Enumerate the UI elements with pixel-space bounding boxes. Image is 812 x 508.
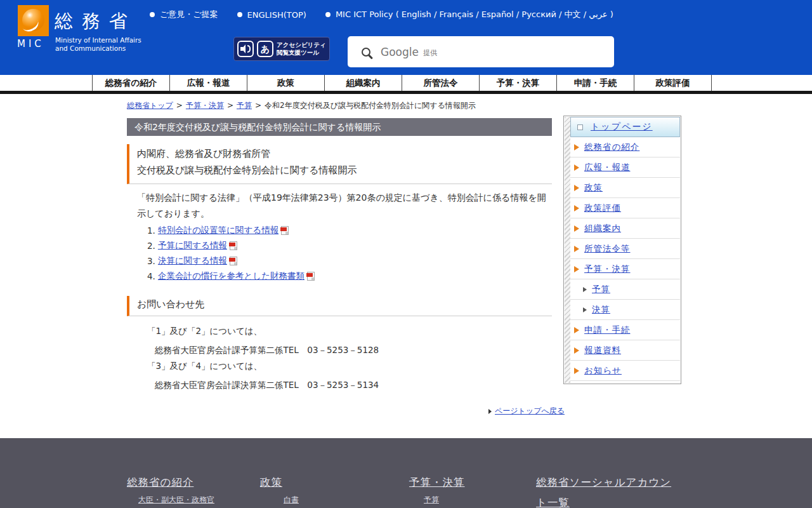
- list-item: 3. 決算に関する情報: [147, 253, 315, 269]
- sidebar-item-policy[interactable]: 政策: [570, 178, 680, 198]
- sidebar-item-label: 予算・決算: [584, 264, 631, 275]
- english-top-link-label: ENGLISH(TOP): [247, 10, 306, 20]
- footer-link-policy[interactable]: 政策: [260, 472, 282, 493]
- nav-item-budget[interactable]: 予算・決算: [480, 75, 557, 91]
- speaker-icon: [237, 41, 254, 57]
- footer-sublink-ministers[interactable]: 大臣・副大臣・政務官: [138, 495, 214, 505]
- footer-link-social-accounts[interactable]: 総務省ソーシャルアカウント一覧: [536, 472, 677, 508]
- document-link-setup-info[interactable]: 特別会計の設置等に関する情報: [158, 225, 278, 236]
- circle-bullet-icon: [237, 12, 242, 17]
- ministry-name-en: Ministry of Internal Affairs and Communi…: [55, 36, 141, 53]
- breadcrumb-current: 令和2年度交付税及び譲与税配付金特別会計に関する情報開示: [265, 101, 476, 110]
- main-nav: 総務省の紹介 広報・報道 政策 組織案内 所管法令 予算・決算 申請・手続 政策…: [0, 75, 812, 91]
- sidebar-subitem-budget[interactable]: 予算: [570, 279, 680, 300]
- sidebar-item-organization[interactable]: 組織案内: [570, 218, 680, 239]
- intro-paragraph: 「特別会計に関する法律」（平成19年法律第23号）第20条の規定に基づき、特別会…: [137, 190, 549, 222]
- page: MIC 総務省 Ministry of Internal Affairs and…: [0, 0, 812, 508]
- sidebar-item-budget-settlement[interactable]: 予算・決算: [570, 259, 680, 279]
- breadcrumb-link-yosan[interactable]: 予算: [237, 101, 252, 110]
- nav-item-public-relations[interactable]: 広報・報道: [170, 75, 247, 91]
- ministry-name-jp: 総務省: [55, 9, 136, 34]
- site-header: MIC 総務省 Ministry of Internal Affairs and…: [0, 0, 812, 75]
- footer-sublink-whitepaper[interactable]: 白書: [284, 495, 299, 505]
- sidebar-item-notices[interactable]: お知らせ: [570, 361, 680, 381]
- sidebar-item-label: 決算: [592, 304, 610, 316]
- nav-item-applications[interactable]: 申請・手続: [557, 75, 634, 91]
- footer-link-about[interactable]: 総務省の紹介: [127, 472, 193, 493]
- square-icon: [577, 124, 583, 130]
- sidebar-nav: トップページ 総務省の紹介 広報・報道 政策 政策評価 組織案内 所管法令等: [563, 116, 681, 384]
- mic-logo-ball-icon: [22, 9, 44, 31]
- breadcrumb-link-budget[interactable]: 予算・決算: [186, 101, 224, 110]
- sidebar-item-policy-evaluation[interactable]: 政策評価: [570, 198, 680, 218]
- sidebar-item-label: 申請・手続: [584, 324, 631, 336]
- contact-detail: 総務省大臣官房会計課決算第二係TEL 03－5253－5134: [155, 380, 379, 391]
- pdf-icon[interactable]: [230, 241, 237, 250]
- search-icon: [362, 48, 370, 57]
- sidebar-item-public-relations[interactable]: 広報・報道: [570, 157, 680, 178]
- breadcrumb-link-home[interactable]: 総務省トップ: [127, 101, 173, 110]
- triangle-icon: [574, 327, 579, 333]
- page-title: 令和2年度交付税及び譲与税配付金特別会計に関する情報開示: [127, 118, 552, 136]
- sidebar-item-press[interactable]: 報道資料: [570, 340, 680, 361]
- list-item: 1. 特別会計の設置等に関する情報: [147, 223, 315, 238]
- sidebar-item-about[interactable]: 総務省の紹介: [570, 137, 680, 157]
- contact-scope: 「3」及び「4」については、: [147, 361, 262, 372]
- hiragana-a-icon: あ: [257, 41, 273, 57]
- triangle-icon: [574, 246, 579, 252]
- mic-logo[interactable]: [18, 5, 49, 36]
- english-top-link[interactable]: ENGLISH(TOP): [237, 10, 306, 20]
- nav-divider: [0, 91, 812, 94]
- list-item: 2. 予算に関する情報: [147, 238, 315, 253]
- circle-bullet-icon: [150, 12, 155, 17]
- footer-sublink-budget[interactable]: 予算: [424, 495, 439, 505]
- triangle-icon: [488, 409, 492, 414]
- search-provider-label: Google: [381, 46, 419, 58]
- sidebar-item-applications[interactable]: 申請・手続: [570, 320, 680, 340]
- footer-link-budget[interactable]: 予算・決算: [409, 472, 465, 493]
- nav-item-organization[interactable]: 組織案内: [325, 75, 402, 91]
- logo-mic-text: MIC: [17, 38, 44, 50]
- breadcrumb: 総務省トップ>予算・決算>予算>令和2年度交付税及び譲与税配付金特別会計に関する…: [127, 100, 476, 111]
- search-provided-by-label: 提供: [423, 48, 437, 58]
- site-search-input[interactable]: Google 提供: [348, 36, 614, 67]
- triangle-icon: [574, 144, 579, 150]
- feedback-link[interactable]: ご意見・ご提案: [150, 9, 218, 20]
- section-heading-line1: 内閣府、総務省及び財務省所管: [137, 145, 552, 162]
- nav-item-about[interactable]: 総務省の紹介: [93, 75, 170, 91]
- document-link-budget-info[interactable]: 予算に関する情報: [158, 240, 227, 251]
- back-to-top: ページトップへ戻る: [488, 406, 565, 417]
- triangle-icon: [583, 307, 587, 312]
- document-link-financial-statements[interactable]: 企業会計の慣行を参考とした財務書類: [158, 271, 304, 282]
- nav-item-laws[interactable]: 所管法令: [402, 75, 480, 91]
- pdf-icon[interactable]: [230, 257, 237, 265]
- sidebar-subitem-settlement[interactable]: 決算: [570, 300, 680, 320]
- feedback-link-label: ご意見・ご提案: [160, 9, 218, 20]
- contact-heading: お問い合わせ先: [127, 296, 552, 316]
- document-link-settlement-info[interactable]: 決算に関する情報: [158, 255, 227, 267]
- triangle-icon: [574, 368, 579, 374]
- accessibility-tool-label: アクセシビリティ 閲覧支援ツール: [277, 41, 326, 57]
- pdf-icon[interactable]: [307, 272, 315, 281]
- sidebar-item-label: 政策評価: [584, 203, 621, 214]
- triangle-icon: [574, 205, 579, 211]
- sidebar-item-label: 予算: [592, 284, 610, 295]
- triangle-icon: [574, 266, 579, 272]
- accessibility-tool-button[interactable]: あ アクセシビリティ 閲覧支援ツール: [233, 37, 330, 61]
- mic-ict-policy-link[interactable]: MIC ICT Policy ( English / Français / Es…: [325, 9, 613, 20]
- circle-bullet-icon: [325, 12, 331, 17]
- nav-item-policy-evaluation[interactable]: 政策評価: [634, 75, 712, 91]
- ministry-name-en-line1: Ministry of Internal Affairs: [55, 36, 141, 44]
- pdf-icon[interactable]: [281, 226, 289, 235]
- header-utility-links: ご意見・ご提案 ENGLISH(TOP) MIC ICT Policy ( En…: [150, 9, 613, 20]
- back-to-top-link[interactable]: ページトップへ戻る: [495, 406, 565, 417]
- site-footer: 総務省の紹介 政策 予算・決算 総務省ソーシャルアカウント一覧 大臣・副大臣・政…: [0, 438, 812, 508]
- nav-item-policy[interactable]: 政策: [247, 75, 325, 91]
- triangle-icon: [574, 347, 579, 354]
- sidebar-item-label: お知らせ: [584, 365, 622, 377]
- sidebar-item-laws[interactable]: 所管法令等: [570, 239, 680, 259]
- ministry-name-en-line2: and Communications: [55, 44, 141, 53]
- mic-ict-policy-link-label: MIC ICT Policy ( English / Français / Es…: [336, 9, 613, 20]
- triangle-icon: [574, 225, 579, 232]
- sidebar-item-top-page[interactable]: トップページ: [570, 117, 680, 137]
